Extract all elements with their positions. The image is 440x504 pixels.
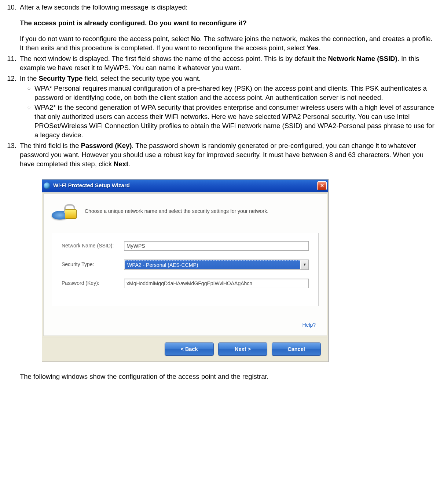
chevron-down-icon[interactable]: ▼ (301, 260, 308, 269)
back-button[interactable]: < Back (165, 342, 214, 356)
wizard-title: Wi-Fi Protected Setup Wizard (53, 182, 317, 189)
step-12: In the Security Type field, select the s… (18, 74, 436, 140)
cancel-button[interactable]: Cancel (272, 342, 321, 356)
step-10-text-3: . (318, 44, 320, 52)
wizard-instruction: Choose a unique network name and select … (85, 208, 268, 215)
step-11-ssid: Network Name (SSID) (328, 55, 397, 62)
step-10: After a few seconds the following messag… (18, 3, 436, 53)
step-12-bullet-wpa2: WPA2* is the second generation of WPA se… (34, 103, 436, 140)
help-link[interactable]: Help? (302, 322, 316, 328)
wizard-button-bar: < Back Next > Cancel (42, 337, 328, 362)
wizard-app-icon (44, 182, 50, 189)
step-11: The next window is displayed. The first … (18, 54, 436, 73)
security-type-value: WPA2 - Personal (AES-CCMP) (125, 260, 300, 269)
next-button[interactable]: Next > (218, 342, 267, 356)
step-10-yes: Yes (307, 44, 319, 52)
step-10-no: No (191, 35, 200, 43)
wizard-window: Wi-Fi Protected Setup Wizard ✕ Choose a … (42, 179, 329, 362)
step-13-next: Next (114, 160, 128, 168)
wifi-lock-icon (52, 200, 78, 222)
step-11-text-1: The next window is displayed. The first … (20, 55, 328, 62)
step-12-text-1: In the (20, 75, 38, 82)
step-12-text-2: field, select the security type you want… (82, 75, 201, 82)
step-10-intro: After a few seconds the following messag… (20, 3, 188, 11)
security-type-label: Security Type: (62, 261, 124, 268)
password-input[interactable] (124, 279, 309, 288)
step-13-password: Password (Key) (81, 142, 132, 149)
security-type-select[interactable]: WPA2 - Personal (AES-CCMP) ▼ (124, 260, 309, 270)
step-13-text-3: . (128, 160, 130, 168)
ssid-input[interactable] (124, 241, 309, 251)
step-12-bullet-wpa: WPA* Personal requires manual configurat… (34, 84, 436, 102)
step-13: The third field is the Password (Key). T… (18, 141, 436, 382)
close-icon: ✕ (320, 182, 324, 189)
step-12-sectype: Security Type (38, 75, 82, 82)
close-button[interactable]: ✕ (317, 181, 327, 190)
followup-text: The following windows show the configura… (20, 372, 436, 381)
step-10-bold-msg: The access point is already configured. … (20, 19, 247, 27)
step-10-text-1: If you do not want to reconfigure the ac… (20, 35, 191, 43)
step-13-text-1: The third field is the (20, 142, 81, 149)
wizard-titlebar[interactable]: Wi-Fi Protected Setup Wizard ✕ (42, 180, 328, 192)
wizard-form-panel: Network Name (SSID): Security Type: WPA2… (52, 233, 319, 306)
ssid-label: Network Name (SSID): (62, 242, 124, 249)
password-label: Password (Key): (62, 280, 124, 287)
